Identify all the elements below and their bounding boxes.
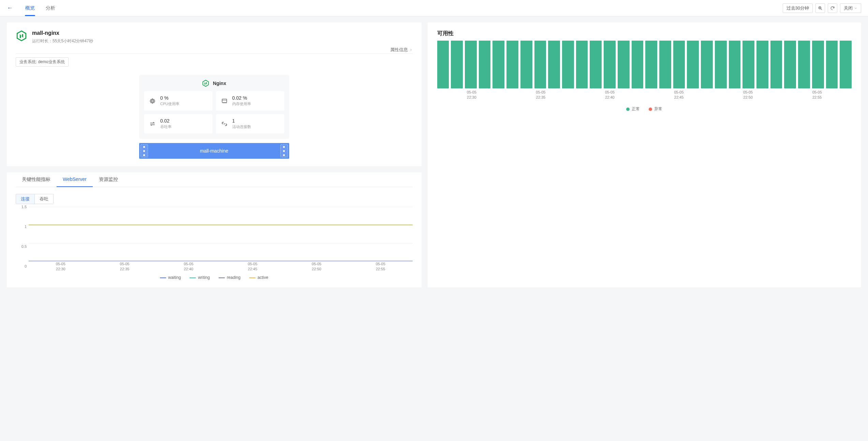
rack-right-icon: [280, 144, 288, 157]
perf-tab[interactable]: WebServer: [57, 172, 93, 187]
legend-item[interactable]: waiting: [160, 275, 181, 280]
connection-line-chart: 00.511.5 05-0522:3005-0522:3505-0522:400…: [16, 207, 413, 280]
availability-bar: [659, 41, 671, 88]
availability-bar: [465, 41, 477, 88]
nginx-metrics-panel: Nginx 0 %CPU使用率0.02 %内存使用率0.02吞吐率1活动连接数 …: [139, 75, 289, 159]
line-chart-xtick: 05-0522:30: [56, 261, 65, 272]
tab-overview-label: 概览: [25, 5, 35, 11]
line-chart-xtick: 05-0522:50: [312, 261, 321, 272]
availability-card: 可用性 05-0522:3005-0522:3505-0522:4005-052…: [428, 23, 862, 287]
close-dropdown[interactable]: 关闭: [840, 3, 861, 13]
metric-card[interactable]: 0 %CPU使用率: [144, 91, 212, 111]
biz-system-chip[interactable]: 业务系统: demo业务系统: [16, 57, 69, 67]
availability-bar: [632, 41, 644, 88]
metric-value: 0.02: [160, 118, 172, 124]
availability-bar: [645, 41, 657, 88]
line-chart-ytick: 1: [25, 225, 27, 229]
availability-bar: [562, 41, 574, 88]
metric-card[interactable]: 0.02吞吐率: [144, 114, 212, 133]
metric-card[interactable]: 1活动连接数: [216, 114, 284, 133]
zoom-icon[interactable]: [815, 3, 825, 13]
close-label: 关闭: [844, 5, 853, 11]
line-chart-xtick: 05-0522:35: [120, 261, 129, 272]
link-icon: [221, 120, 228, 128]
availability-bar: [534, 41, 546, 88]
perf-segment[interactable]: 吞吐: [34, 194, 53, 204]
availability-legend: 正常 异常: [437, 106, 852, 112]
nginx-logo-icon: [202, 80, 209, 87]
legend-item[interactable]: reading: [219, 275, 240, 280]
availability-bar: [798, 41, 810, 88]
back-arrow-icon[interactable]: ←: [7, 4, 13, 12]
availability-xtick: 05-0522:45: [674, 90, 683, 100]
top-bar: ← 概览 分析 过去30分钟 关闭: [0, 0, 868, 16]
nginx-logo-icon: [16, 30, 27, 42]
legend-err-label: 异常: [654, 106, 662, 111]
availability-bar: [479, 41, 491, 88]
svg-rect-12: [222, 99, 226, 102]
availability-bar: [715, 41, 727, 88]
availability-xtick: 05-0522:50: [743, 90, 753, 100]
availability-bar: [520, 41, 532, 88]
legend-swatch: [249, 278, 255, 278]
metric-label: 活动连接数: [232, 124, 251, 129]
metric-label: CPU使用率: [160, 101, 179, 106]
availability-xtick: 05-0522:35: [536, 90, 545, 100]
legend-swatch: [219, 278, 225, 278]
perf-tabs: 关键性能指标WebServer资源监控: [16, 172, 413, 187]
availability-bar: [826, 41, 838, 88]
metric-value: 0.02 %: [232, 95, 251, 101]
line-chart-xtick: 05-0522:40: [184, 261, 193, 272]
line-chart-ytick: 0.5: [21, 244, 27, 248]
availability-bar: [618, 41, 630, 88]
availability-bar: [729, 41, 741, 88]
availability-bar: [701, 41, 713, 88]
time-range-select[interactable]: 过去30分钟: [783, 3, 813, 13]
availability-bar: [590, 41, 602, 88]
line-chart-xtick: 05-0522:45: [248, 261, 257, 272]
perf-tab[interactable]: 关键性能指标: [16, 172, 57, 187]
availability-bar: [437, 41, 449, 88]
legend-swatch: [190, 278, 196, 278]
tab-analysis[interactable]: 分析: [40, 0, 61, 16]
metric-value: 0 %: [160, 95, 179, 101]
legend-ok-dot: [626, 108, 630, 111]
perf-card: 关键性能指标WebServer资源监控 连接吞吐 00.511.5 05-052…: [7, 172, 422, 287]
availability-bar: [673, 41, 685, 88]
attr-info-link[interactable]: 属性信息: [390, 47, 413, 53]
chevron-right-icon: [409, 48, 413, 52]
machine-name: mall-machine: [200, 148, 228, 154]
perf-segment[interactable]: 连接: [16, 194, 34, 204]
perf-tab[interactable]: 资源监控: [93, 172, 124, 187]
chevron-down-icon: [854, 6, 857, 10]
availability-xtick: 05-0522:30: [467, 90, 476, 100]
machine-bar[interactable]: mall-machine: [139, 143, 289, 159]
tab-overview[interactable]: 概览: [20, 0, 40, 16]
cpu-icon: [149, 97, 156, 105]
svg-rect-6: [151, 99, 154, 103]
availability-bar: [492, 41, 504, 88]
tab-analysis-label: 分析: [46, 5, 55, 11]
instance-title: mall-nginx: [32, 30, 93, 36]
legend-item[interactable]: writing: [190, 275, 210, 280]
top-tabs: 概览 分析: [20, 0, 61, 16]
legend-item[interactable]: active: [249, 275, 268, 280]
refresh-icon[interactable]: [828, 3, 837, 13]
svg-line-1: [821, 9, 822, 10]
availability-bar: [770, 41, 782, 88]
line-chart-xtick: 05-0522:55: [376, 261, 385, 272]
perf-segments: 连接吞吐: [16, 194, 54, 204]
attr-info-label: 属性信息: [390, 47, 408, 53]
availability-title: 可用性: [437, 30, 852, 37]
availability-bar-chart: 05-0522:3005-0522:3505-0522:4005-0522:45…: [437, 41, 852, 102]
legend-ok-label: 正常: [632, 106, 640, 111]
rack-left-icon: [141, 144, 148, 157]
metric-label: 吞吐率: [160, 124, 172, 129]
availability-bar: [812, 41, 824, 88]
svg-rect-7: [151, 100, 153, 102]
availability-bar: [756, 41, 768, 88]
availability-bar: [687, 41, 699, 88]
runtime-text: 运行时长：55天5小时42分钟47秒: [32, 38, 93, 44]
metric-card[interactable]: 0.02 %内存使用率: [216, 91, 284, 111]
availability-bar: [576, 41, 588, 88]
